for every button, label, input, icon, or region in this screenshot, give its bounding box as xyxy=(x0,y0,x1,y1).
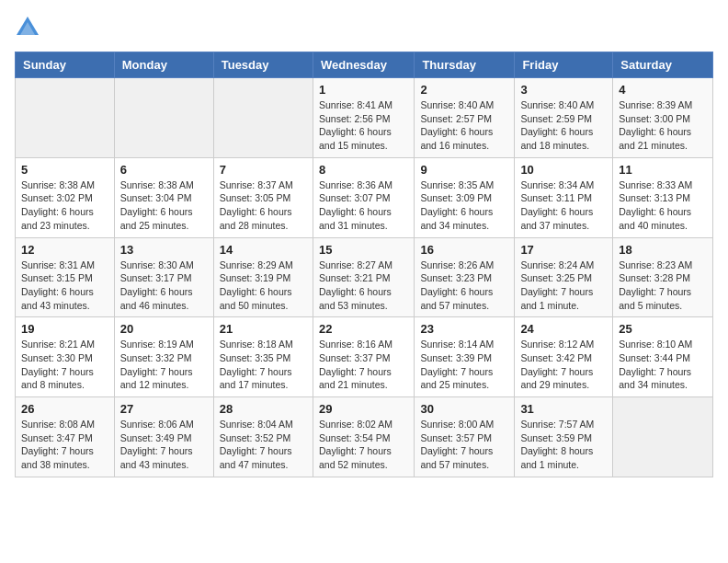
day-info: Sunrise: 8:16 AM Sunset: 3:37 PM Dayligh… xyxy=(319,338,408,392)
calendar-day-28: 28Sunrise: 8:04 AM Sunset: 3:52 PM Dayli… xyxy=(213,397,313,477)
calendar-day-26: 26Sunrise: 8:08 AM Sunset: 3:47 PM Dayli… xyxy=(16,397,115,477)
calendar-day-20: 20Sunrise: 8:19 AM Sunset: 3:32 PM Dayli… xyxy=(114,317,213,397)
day-number: 7 xyxy=(220,163,307,177)
calendar-empty-cell xyxy=(613,397,713,477)
logo xyxy=(15,15,44,40)
calendar-day-10: 10Sunrise: 8:34 AM Sunset: 3:11 PM Dayli… xyxy=(515,157,613,237)
day-info: Sunrise: 8:10 AM Sunset: 3:44 PM Dayligh… xyxy=(619,338,707,392)
day-info: Sunrise: 8:40 AM Sunset: 2:59 PM Dayligh… xyxy=(520,98,607,153)
calendar-day-9: 9Sunrise: 8:35 AM Sunset: 3:09 PM Daylig… xyxy=(415,157,515,237)
day-number: 19 xyxy=(21,322,108,336)
day-info: Sunrise: 8:33 AM Sunset: 3:13 PM Dayligh… xyxy=(619,178,707,233)
day-info: Sunrise: 8:08 AM Sunset: 3:47 PM Dayligh… xyxy=(21,418,108,472)
day-number: 12 xyxy=(21,243,108,257)
day-info: Sunrise: 8:36 AM Sunset: 3:07 PM Dayligh… xyxy=(319,178,408,233)
day-number: 23 xyxy=(420,322,508,336)
calendar-day-18: 18Sunrise: 8:23 AM Sunset: 3:28 PM Dayli… xyxy=(613,237,713,317)
day-info: Sunrise: 8:18 AM Sunset: 3:35 PM Dayligh… xyxy=(220,338,307,392)
day-info: Sunrise: 8:21 AM Sunset: 3:30 PM Dayligh… xyxy=(21,338,108,392)
calendar-day-3: 3Sunrise: 8:40 AM Sunset: 2:59 PM Daylig… xyxy=(515,78,613,158)
day-number: 2 xyxy=(420,83,508,97)
calendar-day-23: 23Sunrise: 8:14 AM Sunset: 3:39 PM Dayli… xyxy=(415,317,515,397)
calendar-day-22: 22Sunrise: 8:16 AM Sunset: 3:37 PM Dayli… xyxy=(313,317,414,397)
calendar-week-row: 1Sunrise: 8:41 AM Sunset: 2:56 PM Daylig… xyxy=(16,78,713,158)
calendar-empty-cell xyxy=(16,78,115,158)
day-info: Sunrise: 8:31 AM Sunset: 3:15 PM Dayligh… xyxy=(21,259,108,313)
calendar-day-31: 31Sunrise: 7:57 AM Sunset: 3:59 PM Dayli… xyxy=(515,397,613,477)
day-number: 9 xyxy=(420,163,508,177)
calendar-empty-cell xyxy=(213,78,313,158)
day-info: Sunrise: 8:19 AM Sunset: 3:32 PM Dayligh… xyxy=(120,338,208,392)
day-info: Sunrise: 8:02 AM Sunset: 3:54 PM Dayligh… xyxy=(319,418,408,472)
calendar-day-6: 6Sunrise: 8:38 AM Sunset: 3:04 PM Daylig… xyxy=(114,157,213,237)
day-info: Sunrise: 8:06 AM Sunset: 3:49 PM Dayligh… xyxy=(120,418,208,472)
day-info: Sunrise: 8:40 AM Sunset: 2:57 PM Dayligh… xyxy=(420,98,508,153)
calendar-day-2: 2Sunrise: 8:40 AM Sunset: 2:57 PM Daylig… xyxy=(415,78,515,158)
day-number: 27 xyxy=(120,402,208,416)
calendar-day-17: 17Sunrise: 8:24 AM Sunset: 3:25 PM Dayli… xyxy=(515,237,613,317)
day-info: Sunrise: 8:39 AM Sunset: 3:00 PM Dayligh… xyxy=(619,98,707,153)
weekday-header-sunday: Sunday xyxy=(16,52,115,78)
day-info: Sunrise: 8:23 AM Sunset: 3:28 PM Dayligh… xyxy=(619,259,707,313)
day-info: Sunrise: 8:12 AM Sunset: 3:42 PM Dayligh… xyxy=(520,338,607,392)
day-number: 25 xyxy=(619,322,707,336)
day-number: 1 xyxy=(319,83,408,97)
calendar-day-30: 30Sunrise: 8:00 AM Sunset: 3:57 PM Dayli… xyxy=(415,397,515,477)
day-info: Sunrise: 8:00 AM Sunset: 3:57 PM Dayligh… xyxy=(420,418,508,472)
calendar-day-7: 7Sunrise: 8:37 AM Sunset: 3:05 PM Daylig… xyxy=(213,157,313,237)
day-number: 26 xyxy=(21,402,108,416)
day-number: 3 xyxy=(520,83,607,97)
weekday-header-wednesday: Wednesday xyxy=(313,52,414,78)
logo-icon xyxy=(15,15,40,40)
calendar-day-27: 27Sunrise: 8:06 AM Sunset: 3:49 PM Dayli… xyxy=(114,397,213,477)
day-info: Sunrise: 8:14 AM Sunset: 3:39 PM Dayligh… xyxy=(420,338,508,392)
day-info: Sunrise: 8:30 AM Sunset: 3:17 PM Dayligh… xyxy=(120,259,208,313)
day-number: 31 xyxy=(520,402,607,416)
weekday-header-thursday: Thursday xyxy=(415,52,515,78)
day-number: 30 xyxy=(420,402,508,416)
calendar-day-16: 16Sunrise: 8:26 AM Sunset: 3:23 PM Dayli… xyxy=(415,237,515,317)
day-info: Sunrise: 8:04 AM Sunset: 3:52 PM Dayligh… xyxy=(220,418,307,472)
day-number: 14 xyxy=(220,243,307,257)
day-number: 4 xyxy=(619,83,707,97)
calendar-day-11: 11Sunrise: 8:33 AM Sunset: 3:13 PM Dayli… xyxy=(613,157,713,237)
calendar-day-8: 8Sunrise: 8:36 AM Sunset: 3:07 PM Daylig… xyxy=(313,157,414,237)
weekday-header-saturday: Saturday xyxy=(613,52,713,78)
calendar-day-14: 14Sunrise: 8:29 AM Sunset: 3:19 PM Dayli… xyxy=(213,237,313,317)
calendar-day-21: 21Sunrise: 8:18 AM Sunset: 3:35 PM Dayli… xyxy=(213,317,313,397)
day-info: Sunrise: 8:38 AM Sunset: 3:04 PM Dayligh… xyxy=(120,178,208,233)
day-number: 18 xyxy=(619,243,707,257)
weekday-header-tuesday: Tuesday xyxy=(213,52,313,78)
calendar-week-row: 19Sunrise: 8:21 AM Sunset: 3:30 PM Dayli… xyxy=(16,317,713,397)
day-info: Sunrise: 8:29 AM Sunset: 3:19 PM Dayligh… xyxy=(220,259,307,313)
calendar-day-15: 15Sunrise: 8:27 AM Sunset: 3:21 PM Dayli… xyxy=(313,237,414,317)
day-number: 11 xyxy=(619,163,707,177)
day-number: 8 xyxy=(319,163,408,177)
day-info: Sunrise: 8:34 AM Sunset: 3:11 PM Dayligh… xyxy=(520,178,607,233)
calendar-week-row: 26Sunrise: 8:08 AM Sunset: 3:47 PM Dayli… xyxy=(16,397,713,477)
day-number: 21 xyxy=(220,322,307,336)
day-number: 29 xyxy=(319,402,408,416)
day-number: 22 xyxy=(319,322,408,336)
calendar-day-1: 1Sunrise: 8:41 AM Sunset: 2:56 PM Daylig… xyxy=(313,78,414,158)
page-header xyxy=(15,15,713,40)
day-number: 13 xyxy=(120,243,208,257)
day-number: 15 xyxy=(319,243,408,257)
calendar-day-4: 4Sunrise: 8:39 AM Sunset: 3:00 PM Daylig… xyxy=(613,78,713,158)
weekday-header-friday: Friday xyxy=(515,52,613,78)
day-info: Sunrise: 8:41 AM Sunset: 2:56 PM Dayligh… xyxy=(319,98,408,153)
day-info: Sunrise: 8:35 AM Sunset: 3:09 PM Dayligh… xyxy=(420,178,508,233)
day-number: 6 xyxy=(120,163,208,177)
calendar-day-29: 29Sunrise: 8:02 AM Sunset: 3:54 PM Dayli… xyxy=(313,397,414,477)
day-number: 17 xyxy=(520,243,607,257)
calendar-day-5: 5Sunrise: 8:38 AM Sunset: 3:02 PM Daylig… xyxy=(16,157,115,237)
calendar-week-row: 5Sunrise: 8:38 AM Sunset: 3:02 PM Daylig… xyxy=(16,157,713,237)
calendar-day-19: 19Sunrise: 8:21 AM Sunset: 3:30 PM Dayli… xyxy=(16,317,115,397)
day-info: Sunrise: 8:38 AM Sunset: 3:02 PM Dayligh… xyxy=(21,178,108,233)
calendar-day-25: 25Sunrise: 8:10 AM Sunset: 3:44 PM Dayli… xyxy=(613,317,713,397)
calendar-day-24: 24Sunrise: 8:12 AM Sunset: 3:42 PM Dayli… xyxy=(515,317,613,397)
calendar-day-12: 12Sunrise: 8:31 AM Sunset: 3:15 PM Dayli… xyxy=(16,237,115,317)
day-info: Sunrise: 8:24 AM Sunset: 3:25 PM Dayligh… xyxy=(520,259,607,313)
day-number: 5 xyxy=(21,163,108,177)
weekday-header-monday: Monday xyxy=(114,52,213,78)
